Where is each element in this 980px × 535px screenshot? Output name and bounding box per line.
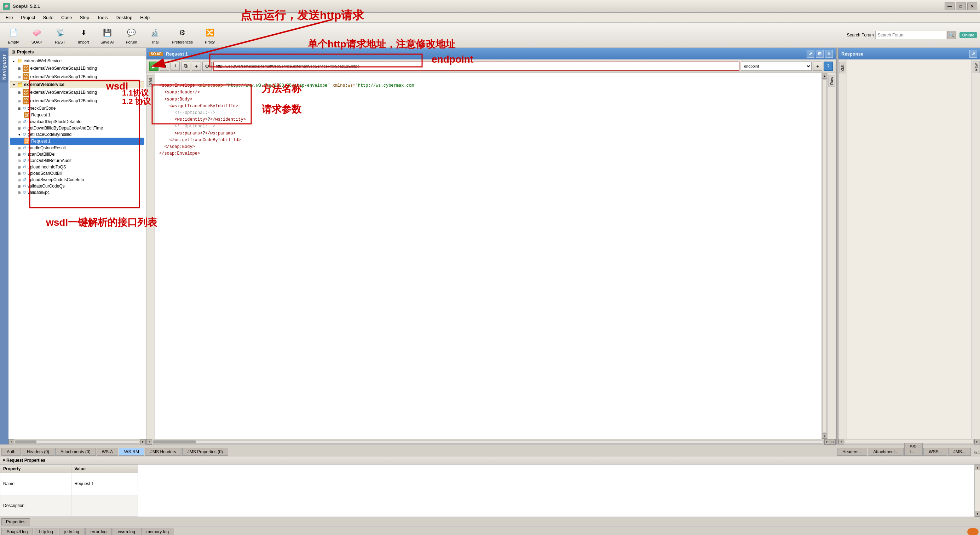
xml-label[interactable]: XML — [147, 75, 154, 87]
rest-btn[interactable]: 📡 REST — [49, 25, 71, 46]
xml-hscroll[interactable]: ◂ ▸ ⊡ — [146, 439, 836, 444]
tree-item-checkCurCode[interactable]: ⊞ ↺ checkCurCode — [10, 105, 144, 111]
endpoint-dropdown[interactable]: endpoint — [741, 62, 811, 71]
tree-item-downloadDept[interactable]: ⊞ ↺ downloadDeptStockDetaInfo — [10, 119, 144, 125]
tree-hscroll[interactable]: ◂ ▸ — [8, 439, 146, 444]
close-btn[interactable]: ✕ — [967, 3, 977, 10]
tab-wsa[interactable]: WS-A — [97, 448, 118, 456]
tree-item-getTraceCode[interactable]: ▾ ↺ getTraceCodeByInbillId — [10, 131, 144, 138]
maximize-panel-btn[interactable]: ⊞ — [816, 50, 824, 58]
tree-item-validateCur[interactable]: ⊞ ↺ validateCurCodeQs — [10, 183, 144, 189]
maximize-btn[interactable]: □ — [956, 3, 966, 10]
response-raw-label[interactable]: Raw — [972, 62, 980, 73]
tree-item-validateEpc[interactable]: ⊞ ↺ validateEpc — [10, 189, 144, 196]
scroll-up-btn[interactable]: ▴ — [822, 73, 827, 78]
scroll-thumb[interactable] — [15, 441, 37, 443]
prop-val-desc[interactable] — [72, 495, 138, 517]
forum-btn[interactable]: 💬 Forum — [121, 25, 142, 46]
soap-btn[interactable]: 🧼 SOAP — [26, 25, 48, 46]
tree-item-req1-trace[interactable]: SOAP Request 1 — [10, 138, 144, 145]
tree-item-uploadScanOut[interactable]: ⊞ ↺ uploadScanOutBill — [10, 170, 144, 177]
menu-tools[interactable]: Tools — [94, 14, 111, 21]
tree-item-uploadInocInfo[interactable]: ⊞ ↺ uploadInocInfoToQS — [10, 164, 144, 170]
tab-auth[interactable]: Auth — [2, 448, 21, 456]
prop-val-name[interactable]: Request 1 — [72, 473, 138, 495]
detach-btn[interactable]: ⇗ — [807, 50, 815, 58]
tab-http-log[interactable]: http log — [33, 528, 58, 535]
tab-jms[interactable]: JMS... — [948, 448, 971, 456]
menu-help[interactable]: Help — [137, 14, 153, 21]
empty-btn[interactable]: 📄 Empty — [3, 25, 24, 46]
tab-jetty-log[interactable]: jetty-log — [59, 528, 84, 535]
raw-label[interactable]: Raw — [828, 75, 835, 87]
scroll-right-btn[interactable]: ▸ — [824, 439, 830, 445]
tree-item-soap11-2[interactable]: ⊞ SOAP externalWebServiceSoap11Binding — [10, 88, 144, 97]
request-tab-label[interactable]: Request 1 — [166, 51, 188, 57]
tree-item-getDownBill[interactable]: ⊞ ↺ getDownBillIdByDepaCodeAndEditTime — [10, 125, 144, 131]
menu-case[interactable]: Case — [58, 14, 75, 21]
zoom-fit-btn[interactable]: ⊡ — [830, 439, 836, 445]
tree-item-uploadSweep[interactable]: ⊞ ↺ uploadSweepCodeIsCodeInfo — [10, 177, 144, 183]
tab-jms-props[interactable]: JMS Properties (0) — [182, 448, 228, 456]
save-all-btn[interactable]: 💾 Save All — [96, 25, 119, 46]
import-btn[interactable]: ⬇ Import — [73, 25, 94, 46]
response-xml-label[interactable]: XML — [839, 62, 846, 73]
tab-ssl[interactable]: SSL I... — [904, 443, 923, 456]
prop-scroll-up[interactable]: ▴ — [975, 465, 980, 470]
tree-item-soap12-2[interactable]: ⊞ SOAP externalWebServiceSoap12Binding — [10, 97, 144, 105]
preferences-btn[interactable]: ⚙ Preferences — [168, 25, 197, 46]
run-btn[interactable]: ▶ — [149, 62, 159, 71]
menu-file[interactable]: File — [2, 14, 17, 21]
add-btn[interactable]: + — [192, 62, 201, 71]
endpoint-add-btn[interactable]: + — [813, 62, 822, 71]
tab-error-log[interactable]: error-log — [85, 528, 112, 535]
tab-resp-attach[interactable]: Attachment... — [868, 448, 904, 456]
tree-item-scanOutBillReturn[interactable]: ⊞ ↺ scanOutBillReturnAudit — [10, 158, 144, 164]
properties-btn[interactable]: Properties — [2, 518, 30, 525]
tab-headers[interactable]: Headers (0) — [22, 448, 54, 456]
tree-item-req1-check[interactable]: SOAP Request 1 — [10, 111, 144, 119]
prop-scroll-down[interactable]: ▾ — [975, 511, 980, 517]
tab-jms-headers[interactable]: JMS Headers — [145, 448, 181, 456]
menu-project[interactable]: Project — [18, 14, 38, 21]
endpoint-help-btn[interactable]: ? — [824, 62, 833, 71]
tree-item-externalws-top[interactable]: ▸ 📁 externalWebService — [10, 58, 144, 64]
close-panel-btn[interactable]: ✕ — [825, 50, 833, 58]
scroll-left-btn[interactable]: ◂ — [146, 439, 152, 445]
scroll-left-btn[interactable]: ◂ — [8, 439, 14, 445]
search-icon[interactable]: 🔍 — [947, 31, 956, 39]
tab-wss[interactable]: WSS... — [923, 448, 947, 456]
tree-area[interactable]: ▸ 📁 externalWebService ⊞ SOAP externalWe… — [8, 56, 146, 439]
menu-step[interactable]: Step — [76, 14, 93, 21]
stop-btn[interactable]: ■ — [160, 62, 169, 71]
log-toggle-btn[interactable] — [967, 528, 978, 535]
tab-resp-headers[interactable]: Headers... — [837, 448, 867, 456]
tree-item-soap11-1[interactable]: ⊞ SOAP externalWebServiceSoap11Binding — [10, 64, 144, 73]
info-btn[interactable]: ℹ — [170, 62, 180, 71]
menu-desktop[interactable]: Desktop — [112, 14, 136, 21]
proxy-btn[interactable]: 🔀 Proxy — [199, 25, 220, 46]
scroll-thumb[interactable] — [153, 441, 196, 443]
search-forum-input[interactable] — [875, 31, 946, 39]
xml-content[interactable]: <soap:Envelope xmlns:soap="http://www.w3… — [155, 73, 821, 439]
tab-wsrm[interactable]: WS-RM — [119, 448, 144, 456]
menu-suite[interactable]: Suite — [39, 14, 57, 21]
minimize-btn[interactable]: — — [945, 3, 955, 10]
trial-btn[interactable]: 🔬 Trial — [144, 25, 165, 46]
tab-attachments[interactable]: Attachments (0) — [55, 448, 96, 456]
detach-response-btn[interactable]: ⇗ — [969, 50, 977, 58]
navigator-label[interactable]: Navigator — [0, 51, 8, 83]
copy-btn[interactable]: ⧉ — [181, 62, 190, 71]
tab-soapui-log[interactable]: SoapUI log — [2, 528, 33, 535]
tree-item-soap12-1[interactable]: ⊞ SOAP externalWebServiceSoap12Binding — [10, 73, 144, 81]
xml-vscroll[interactable]: ▴ ▾ — [821, 73, 827, 439]
scroll-down-btn[interactable]: ▾ — [822, 433, 827, 439]
tree-item-externalws-main[interactable]: ▾ 🗂️ externalWebService — [10, 81, 144, 88]
prop-vscroll[interactable]: ▴ ▾ — [974, 465, 980, 517]
endpoint-url-input[interactable] — [213, 62, 740, 71]
scroll-right-btn[interactable]: ▸ — [140, 439, 146, 445]
settings-btn[interactable]: ⚙ — [202, 62, 212, 71]
tab-memory-log[interactable]: memory-log — [141, 528, 174, 535]
tree-item-handleQs[interactable]: ⊞ ↺ handleQsInocResult — [10, 145, 144, 151]
tab-wsrm-log[interactable]: wsrm-log — [113, 528, 140, 535]
